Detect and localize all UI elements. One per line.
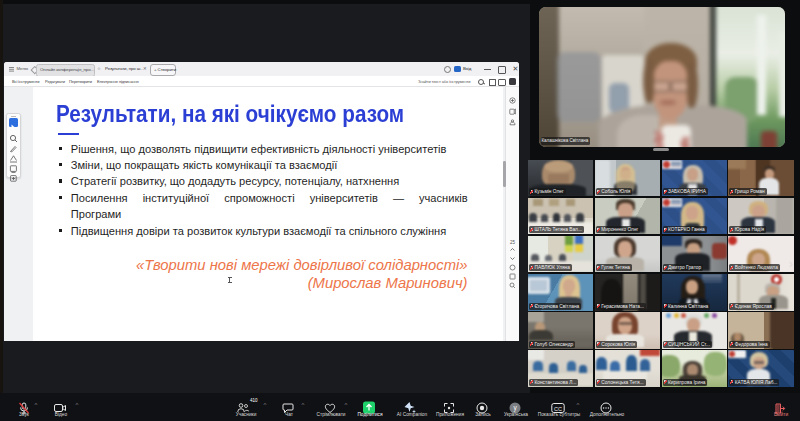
svg-text:CC: CC bbox=[554, 406, 562, 412]
